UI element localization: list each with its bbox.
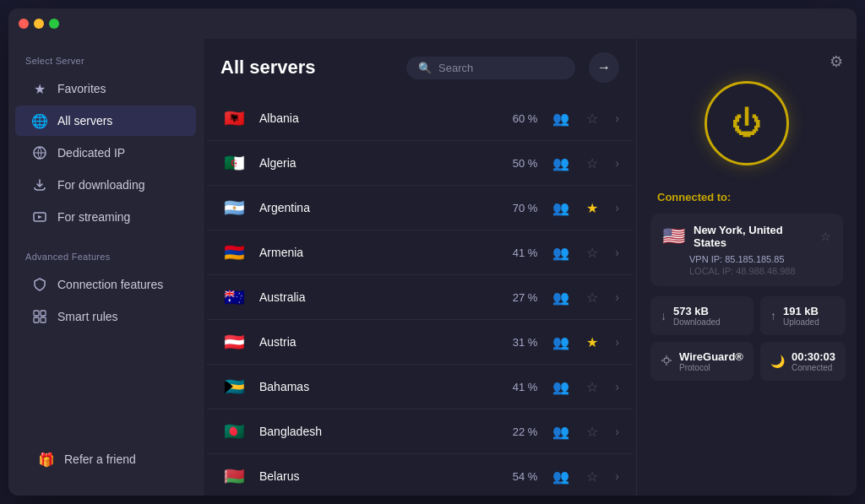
main-content: Select Server ★ Favorites 🌐 All servers … [8, 39, 857, 496]
favorite-star[interactable]: ☆ [586, 155, 598, 171]
svg-rect-3 [41, 311, 46, 316]
sidebar-item-label: Favorites [57, 82, 106, 95]
server-name: Albania [259, 111, 487, 125]
protocol-value: WireGuard® [679, 350, 743, 363]
favorite-star[interactable]: ☆ [586, 424, 598, 440]
connection-location: 🇺🇸 New York, United States ☆ [662, 224, 831, 249]
right-panel: ⚙ ⏻ Connected to: 🇺🇸 New York, United St… [637, 39, 857, 496]
sidebar-item-all-servers[interactable]: 🌐 All servers [15, 106, 196, 136]
sidebar-item-for-downloading[interactable]: For downloading [15, 170, 196, 200]
star-icon: ★ [32, 81, 47, 96]
svg-rect-4 [34, 317, 39, 322]
sidebar-item-dedicated-ip[interactable]: Dedicated IP [15, 138, 196, 168]
users-icon: 👥 [552, 334, 569, 350]
server-load: 41 % [499, 381, 537, 393]
server-load: 22 % [499, 425, 537, 438]
table-row[interactable]: 🇦🇹 Austria 31 % 👥 ★ › [207, 320, 633, 365]
sidebar-bottom: 🎁 Refer a friend [8, 443, 203, 482]
table-row[interactable]: 🇧🇸 Bahamas 41 % 👥 ☆ › [207, 365, 633, 409]
power-icon: ⏻ [732, 106, 762, 141]
server-name: Bangladesh [259, 425, 487, 438]
table-row[interactable]: 🇧🇾 Belarus 54 % 👥 ☆ › [207, 454, 633, 496]
chevron-right-icon: › [615, 201, 619, 214]
search-box: 🔍 [406, 57, 575, 79]
download-stat-icon: ↓ [661, 309, 666, 322]
flag-argentina: 🇦🇷 [220, 194, 248, 221]
favorite-star[interactable]: ★ [586, 334, 598, 350]
svg-point-6 [664, 358, 669, 363]
favorite-star[interactable]: ☆ [586, 111, 598, 127]
chevron-right-icon: › [615, 335, 619, 349]
sidebar-item-label: Smart rules [57, 310, 118, 323]
download-stat-content: 573 kB Downloaded [673, 305, 721, 327]
flag-armenia: 🇦🇲 [220, 239, 248, 266]
sidebar-item-connection-features[interactable]: Connection features [15, 269, 196, 300]
table-row[interactable]: 🇦🇷 Argentina 70 % 👥 ★ › [207, 186, 633, 230]
server-load: 54 % [499, 470, 537, 483]
svg-rect-2 [34, 311, 39, 316]
users-icon: 👥 [552, 155, 569, 171]
favorite-star[interactable]: ☆ [586, 379, 598, 395]
connection-info: 🇺🇸 New York, United States ☆ VPN IP: 85.… [650, 214, 843, 286]
server-load: 70 % [499, 202, 537, 214]
table-row[interactable]: 🇩🇿 Algeria 50 % 👥 ☆ › [207, 141, 633, 186]
search-input[interactable] [438, 62, 563, 74]
table-row[interactable]: 🇧🇩 Bangladesh 22 % 👥 ☆ › [207, 409, 633, 454]
upload-stat-icon: ↑ [770, 309, 776, 322]
server-list: 🇦🇱 Albania 60 % 👥 ☆ › 🇩🇿 Algeria 50 % 👥 … [204, 96, 636, 496]
table-row[interactable]: 🇦🇱 Albania 60 % 👥 ☆ › [207, 96, 633, 141]
users-icon: 👥 [552, 469, 569, 485]
table-row[interactable]: 🇦🇲 Armenia 41 % 👥 ☆ › [207, 230, 633, 275]
close-button[interactable] [19, 19, 29, 29]
server-load: 50 % [499, 157, 537, 170]
chevron-right-icon: › [615, 425, 619, 438]
gift-icon: 🎁 [39, 452, 54, 467]
server-name: Belarus [259, 469, 487, 483]
sidebar-item-for-streaming[interactable]: For streaming [15, 202, 196, 232]
sidebar-item-smart-rules[interactable]: Smart rules [15, 301, 196, 332]
favorite-star[interactable]: ★ [586, 200, 598, 216]
power-button[interactable]: ⏻ [705, 81, 789, 165]
sidebar-item-label: For streaming [57, 210, 130, 224]
title-bar [8, 8, 857, 39]
conn-flag: 🇺🇸 [662, 225, 685, 247]
users-icon: 👥 [552, 200, 569, 216]
upload-stat: ↑ 191 kB Uploaded [760, 296, 846, 335]
chevron-right-icon: › [615, 111, 619, 125]
server-name: Algeria [259, 156, 487, 170]
fullscreen-button[interactable] [49, 19, 59, 29]
download-icon [32, 177, 47, 192]
sidebar-item-label: Dedicated IP [57, 146, 125, 160]
power-button-container: ⏻ [705, 81, 789, 165]
time-stat: 🌙 00:30:03 Connected [760, 342, 846, 381]
minimize-button[interactable] [34, 19, 44, 29]
favorite-star[interactable]: ☆ [586, 290, 598, 306]
flag-australia: 🇦🇺 [220, 284, 248, 311]
dedicated-ip-icon [32, 145, 47, 160]
favorite-star[interactable]: ☆ [586, 245, 598, 261]
settings-icon[interactable]: ⚙ [830, 52, 843, 71]
advanced-features-label: Advanced Features [8, 248, 203, 268]
back-arrow-button[interactable]: → [589, 52, 619, 83]
users-icon: 👥 [552, 379, 569, 395]
server-load: 27 % [499, 291, 537, 304]
conn-favorite-star[interactable]: ☆ [820, 230, 831, 243]
server-name: Argentina [259, 201, 487, 214]
flag-austria: 🇦🇹 [220, 328, 248, 355]
select-server-label: Select Server [8, 52, 203, 73]
download-value: 573 kB [673, 305, 721, 317]
center-panel: All servers 🔍 → 🇦🇱 Albania 60 % 👥 ☆ › [203, 39, 637, 496]
server-name: Austria [259, 335, 487, 349]
table-row[interactable]: 🇦🇺 Australia 27 % 👥 ☆ › [207, 275, 633, 320]
sidebar-item-label: For downloading [57, 178, 145, 192]
flag-bahamas: 🇧🇸 [220, 373, 248, 400]
shield-icon [32, 277, 47, 292]
upload-stat-content: 191 kB Uploaded [783, 305, 819, 327]
traffic-lights [19, 19, 59, 29]
favorite-star[interactable]: ☆ [586, 469, 598, 485]
sidebar-item-refer-friend[interactable]: 🎁 Refer a friend [22, 444, 189, 474]
users-icon: 👥 [552, 290, 569, 306]
sidebar-item-favorites[interactable]: ★ Favorites [15, 73, 196, 104]
users-icon: 👥 [552, 424, 569, 440]
page-title: All servers [220, 57, 393, 79]
